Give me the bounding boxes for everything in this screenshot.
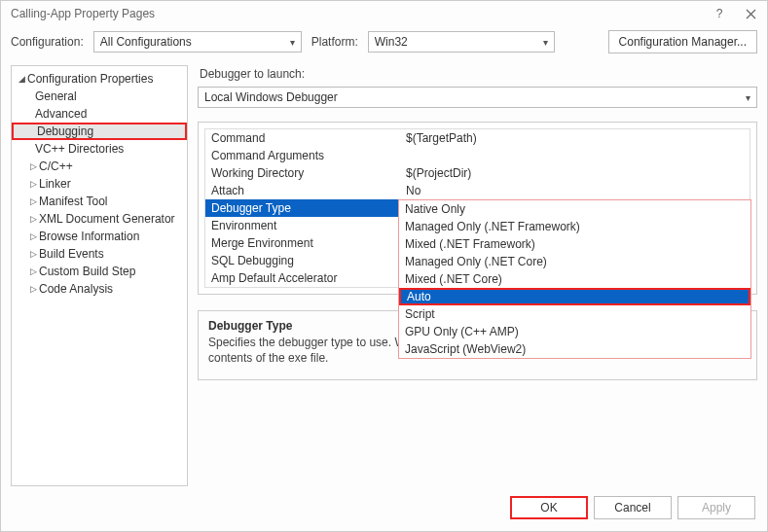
tree-expand-icon[interactable]: ▷ bbox=[27, 214, 39, 224]
dropdown-option[interactable]: Auto bbox=[399, 288, 750, 305]
tree-collapse-icon[interactable]: ◢ bbox=[16, 74, 27, 84]
configuration-label: Configuration: bbox=[11, 35, 84, 49]
tree-item-xml-document-generator[interactable]: ▷XML Document Generator bbox=[12, 210, 187, 228]
dropdown-option[interactable]: Managed Only (.NET Framework) bbox=[399, 218, 750, 235]
property-name: Command bbox=[205, 129, 400, 147]
tree-expand-icon[interactable]: ▷ bbox=[27, 161, 39, 171]
close-icon[interactable] bbox=[744, 7, 757, 20]
property-name: Environment bbox=[205, 217, 400, 234]
cancel-button[interactable]: Cancel bbox=[594, 496, 672, 519]
tree-item-build-events[interactable]: ▷Build Events bbox=[12, 245, 187, 263]
tree-expand-icon[interactable]: ▷ bbox=[27, 284, 39, 294]
chevron-down-icon: ▾ bbox=[290, 37, 295, 48]
debugger-launch-label: Debugger to launch: bbox=[200, 67, 757, 81]
debugger-launch-dropdown[interactable]: Local Windows Debugger ▾ bbox=[198, 87, 757, 108]
tree-item-c-c-[interactable]: ▷C/C++ bbox=[12, 158, 187, 175]
dropdown-option[interactable]: Mixed (.NET Core) bbox=[399, 270, 750, 288]
property-row[interactable]: Command Arguments bbox=[205, 147, 750, 164]
property-name: Command Arguments bbox=[205, 147, 400, 164]
tree-expand-icon[interactable]: ▷ bbox=[27, 249, 39, 259]
property-value[interactable] bbox=[400, 147, 750, 164]
dropdown-option[interactable]: Native Only bbox=[399, 200, 750, 218]
apply-button[interactable]: Apply bbox=[677, 496, 755, 519]
tree-item-label: Browse Information bbox=[39, 230, 139, 243]
property-value[interactable]: $(ProjectDir) bbox=[400, 164, 750, 182]
configuration-manager-button[interactable]: Configuration Manager... bbox=[608, 30, 757, 53]
tree-item-linker[interactable]: ▷Linker bbox=[12, 175, 187, 193]
tree-item-general[interactable]: General bbox=[12, 88, 187, 105]
tree-item-label: VC++ Directories bbox=[35, 142, 124, 156]
property-name: Working Directory bbox=[205, 164, 400, 182]
dropdown-option[interactable]: Mixed (.NET Framework) bbox=[399, 235, 750, 253]
tree-item-label: Debugging bbox=[37, 124, 93, 138]
configuration-value: All Configurations bbox=[100, 35, 192, 49]
ok-button[interactable]: OK bbox=[510, 496, 588, 519]
tree-item-label: Build Events bbox=[39, 247, 104, 261]
config-row: Configuration: All Configurations ▾ Plat… bbox=[1, 26, 767, 65]
tree-item-vc-directories[interactable]: VC++ Directories bbox=[12, 140, 187, 158]
tree-item-label: XML Document Generator bbox=[39, 212, 175, 226]
tree-item-label: Linker bbox=[39, 177, 71, 191]
chevron-down-icon: ▾ bbox=[746, 92, 750, 103]
platform-dropdown[interactable]: Win32 ▾ bbox=[368, 31, 555, 53]
tree-view[interactable]: ◢ Configuration Properties GeneralAdvanc… bbox=[11, 65, 188, 486]
tree-item-advanced[interactable]: Advanced bbox=[12, 105, 187, 123]
tree-item-label: Manifest Tool bbox=[39, 195, 107, 208]
tree-item-label: C/C++ bbox=[39, 160, 73, 173]
property-value[interactable]: $(TargetPath) bbox=[400, 129, 750, 147]
tree-item-custom-build-step[interactable]: ▷Custom Build Step bbox=[12, 263, 187, 280]
property-name: Debugger Type bbox=[205, 199, 400, 217]
tree-expand-icon[interactable]: ▷ bbox=[27, 231, 39, 241]
configuration-dropdown[interactable]: All Configurations ▾ bbox=[93, 31, 302, 53]
dropdown-option[interactable]: Script bbox=[399, 305, 750, 323]
tree-expand-icon[interactable]: ▷ bbox=[27, 179, 39, 189]
property-row[interactable]: AttachNo bbox=[205, 182, 750, 199]
tree-item-browse-information[interactable]: ▷Browse Information bbox=[12, 228, 187, 245]
tree-item-debugging[interactable]: Debugging bbox=[12, 123, 187, 140]
property-pages-window: Calling-App Property Pages ? Configurati… bbox=[0, 0, 768, 532]
property-name: Merge Environment bbox=[205, 234, 400, 252]
help-icon[interactable]: ? bbox=[713, 7, 726, 20]
tree-item-label: General bbox=[35, 89, 77, 103]
tree-expand-icon[interactable]: ▷ bbox=[27, 196, 39, 206]
property-row[interactable]: Working Directory$(ProjectDir) bbox=[205, 164, 750, 182]
tree-expand-icon[interactable]: ▷ bbox=[27, 266, 39, 276]
dialog-buttons: OK Cancel Apply bbox=[1, 486, 767, 531]
platform-value: Win32 bbox=[375, 35, 408, 49]
tree-item-code-analysis[interactable]: ▷Code Analysis bbox=[12, 280, 187, 298]
tree-item-label: Custom Build Step bbox=[39, 265, 135, 278]
debugger-launch-value: Local Windows Debugger bbox=[204, 90, 338, 104]
dropdown-option[interactable]: JavaScript (WebView2) bbox=[399, 340, 750, 358]
property-row[interactable]: Command$(TargetPath) bbox=[205, 129, 750, 147]
dropdown-option[interactable]: GPU Only (C++ AMP) bbox=[399, 323, 750, 340]
tree-item-manifest-tool[interactable]: ▷Manifest Tool bbox=[12, 193, 187, 210]
tree-root[interactable]: ◢ Configuration Properties bbox=[12, 70, 187, 88]
property-name: Attach bbox=[205, 182, 400, 199]
property-value[interactable]: No bbox=[400, 182, 750, 199]
debugger-type-dropdown-list[interactable]: Native OnlyManaged Only (.NET Framework)… bbox=[398, 199, 751, 359]
window-title: Calling-App Property Pages bbox=[11, 7, 155, 20]
property-name: Amp Default Accelerator bbox=[205, 269, 400, 287]
dropdown-option[interactable]: Managed Only (.NET Core) bbox=[399, 253, 750, 270]
chevron-down-icon: ▾ bbox=[543, 37, 548, 48]
titlebar: Calling-App Property Pages ? bbox=[1, 1, 767, 26]
property-name: SQL Debugging bbox=[205, 252, 400, 269]
tree-item-label: Advanced bbox=[35, 107, 87, 121]
platform-label: Platform: bbox=[311, 35, 358, 49]
tree-item-label: Code Analysis bbox=[39, 282, 113, 296]
